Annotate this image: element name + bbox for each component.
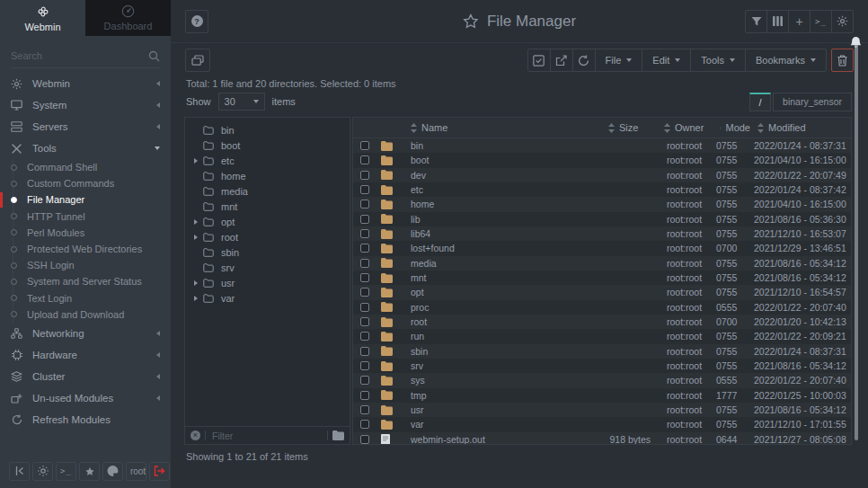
row-checkbox[interactable]: [360, 317, 369, 326]
tree-item-var[interactable]: var: [185, 290, 350, 306]
table-row-run[interactable]: run root:root 0755 2022/01/22 - 20:09:21: [353, 329, 851, 343]
help-button[interactable]: ?: [185, 10, 208, 33]
row-checkbox[interactable]: [360, 303, 369, 312]
breadcrumb-current[interactable]: binary_sensor: [773, 93, 852, 111]
bookmarks-menu-button[interactable]: Bookmarks: [745, 49, 827, 72]
row-checkbox[interactable]: [360, 376, 369, 385]
table-row-opt[interactable]: opt root:root 0755 2021/12/10 - 16:54:57: [353, 285, 851, 299]
cell-name[interactable]: usr: [403, 404, 608, 415]
settings-button[interactable]: [831, 10, 854, 33]
tools-menu-button[interactable]: Tools: [690, 49, 746, 72]
sidebar-item-refresh-modules[interactable]: Refresh Modules: [0, 409, 171, 430]
sort-name-header[interactable]: Name: [403, 122, 608, 133]
tab-webmin[interactable]: Webmin: [0, 0, 85, 36]
expand-arrow-icon[interactable]: [194, 219, 198, 225]
tree-item-etc[interactable]: etc: [185, 153, 350, 168]
row-checkbox[interactable]: [360, 391, 369, 400]
export-button[interactable]: [550, 49, 573, 72]
edit-menu-button[interactable]: Edit: [642, 49, 691, 72]
row-checkbox[interactable]: [360, 171, 369, 180]
shell-button[interactable]: >_: [56, 462, 76, 481]
select-all-button[interactable]: [527, 49, 551, 72]
expand-arrow-icon[interactable]: [194, 280, 198, 286]
cell-name[interactable]: sys: [403, 375, 608, 386]
sidebar-item-un-used-modules[interactable]: Un-used Modules: [0, 387, 171, 409]
cell-name[interactable]: tmp: [403, 390, 608, 401]
tree-item-srv[interactable]: srv: [185, 260, 350, 275]
sidebar-item-tools[interactable]: Tools: [0, 138, 171, 159]
folder-view-icon[interactable]: [332, 430, 344, 440]
sort-size-header[interactable]: Size: [608, 122, 657, 133]
row-checkbox[interactable]: [360, 155, 369, 164]
collapse-sidebar-button[interactable]: [9, 462, 30, 481]
cell-name[interactable]: mnt: [403, 272, 608, 283]
row-checkbox[interactable]: [360, 185, 369, 194]
tree-item-media[interactable]: media: [185, 183, 350, 199]
refresh-button[interactable]: [572, 49, 596, 72]
sidebar-item-ssh-login[interactable]: SSH Login: [0, 257, 171, 273]
cell-name[interactable]: sbin: [403, 346, 608, 357]
cell-name[interactable]: home: [403, 199, 608, 209]
row-checkbox[interactable]: [360, 200, 369, 209]
sidebar-item-http-tunnel[interactable]: HTTP Tunnel: [0, 209, 171, 225]
tree-item-boot[interactable]: boot: [185, 138, 350, 153]
row-checkbox[interactable]: [360, 244, 369, 253]
row-checkbox[interactable]: [360, 435, 369, 444]
table-row-home[interactable]: home root:root 0755 2021/04/10 - 16:15:0…: [353, 197, 851, 211]
expand-arrow-icon[interactable]: [194, 296, 198, 301]
row-checkbox[interactable]: [360, 405, 369, 414]
trash-button[interactable]: [831, 49, 854, 72]
clear-filter-icon[interactable]: ×: [190, 430, 200, 440]
row-checkbox[interactable]: [360, 288, 369, 297]
cell-name[interactable]: etc: [403, 184, 608, 195]
sidebar-item-text-login[interactable]: Text Login: [0, 290, 171, 306]
cell-name[interactable]: webmin-setup.out: [403, 434, 608, 444]
tree-item-opt[interactable]: opt: [185, 214, 350, 229]
tab-dashboard[interactable]: Dashboard: [85, 0, 171, 36]
table-row-lib64[interactable]: lib64 root:root 0755 2021/12/10 - 16:53:…: [353, 226, 851, 241]
cell-name[interactable]: lib64: [403, 228, 608, 239]
sidebar-item-system-and-server-status[interactable]: System and Server Status: [0, 273, 171, 289]
row-checkbox[interactable]: [360, 347, 369, 356]
tree-item-root[interactable]: root: [185, 229, 350, 244]
sidebar-item-custom-commands[interactable]: Custom Commands: [0, 175, 171, 191]
cell-name[interactable]: srv: [403, 360, 608, 371]
cell-name[interactable]: dev: [403, 170, 608, 181]
favorites-button[interactable]: [79, 462, 100, 481]
table-row-usr[interactable]: usr root:root 0755 2021/08/16 - 05:34:12: [353, 403, 851, 417]
table-row-tmp[interactable]: tmp root:root 1777 2022/01/25 - 10:00:03: [353, 388, 851, 403]
sort-owner-header[interactable]: Owner: [657, 122, 713, 133]
table-row-var[interactable]: var root:root 0755 2021/12/10 - 17:01:55: [353, 417, 851, 431]
expand-arrow-icon[interactable]: [194, 235, 198, 240]
cell-name[interactable]: var: [403, 419, 608, 430]
row-checkbox[interactable]: [360, 361, 369, 370]
terminal-button[interactable]: >_: [810, 10, 832, 33]
cell-name[interactable]: lost+found: [403, 243, 608, 253]
columns-button[interactable]: [766, 10, 789, 33]
table-row-etc[interactable]: etc root:root 0755 2022/01/24 - 08:37:42: [353, 182, 851, 197]
row-checkbox[interactable]: [360, 229, 369, 238]
cell-name[interactable]: root: [403, 316, 608, 327]
sidebar-item-servers[interactable]: Servers: [0, 116, 171, 138]
table-row-boot[interactable]: boot root:root 0755 2021/04/10 - 16:15:0…: [353, 153, 851, 167]
table-row-root[interactable]: root root:root 0700 2022/01/20 - 10:42:1…: [353, 315, 851, 329]
new-tab-button[interactable]: [185, 49, 210, 72]
cell-name[interactable]: run: [403, 331, 608, 342]
sidebar-item-file-manager[interactable]: File Manager: [0, 191, 171, 208]
table-row-lost-found[interactable]: lost+found root:root 0700 2021/12/29 - 1…: [353, 241, 851, 255]
sidebar-item-perl-modules[interactable]: Perl Modules: [0, 225, 171, 241]
row-checkbox[interactable]: [360, 141, 369, 150]
tree-item-sbin[interactable]: sbin: [185, 244, 350, 260]
breadcrumb-root[interactable]: /: [749, 93, 771, 111]
sort-modified-header[interactable]: Modified: [750, 122, 851, 133]
sidebar-item-upload-and-download[interactable]: Upload and Download: [0, 306, 171, 323]
cell-name[interactable]: media: [403, 258, 608, 269]
logout-button[interactable]: [149, 462, 170, 481]
sidebar-item-webmin[interactable]: Webmin: [0, 73, 171, 94]
sidebar-item-cluster[interactable]: Cluster: [0, 366, 171, 387]
favorite-star-icon[interactable]: [463, 13, 479, 29]
search-input[interactable]: [11, 50, 148, 61]
table-row-mnt[interactable]: mnt root:root 0755 2021/08/16 - 05:34:12: [353, 271, 851, 285]
tree-item-usr[interactable]: usr: [185, 275, 350, 290]
tree-item-mnt[interactable]: mnt: [185, 199, 350, 214]
